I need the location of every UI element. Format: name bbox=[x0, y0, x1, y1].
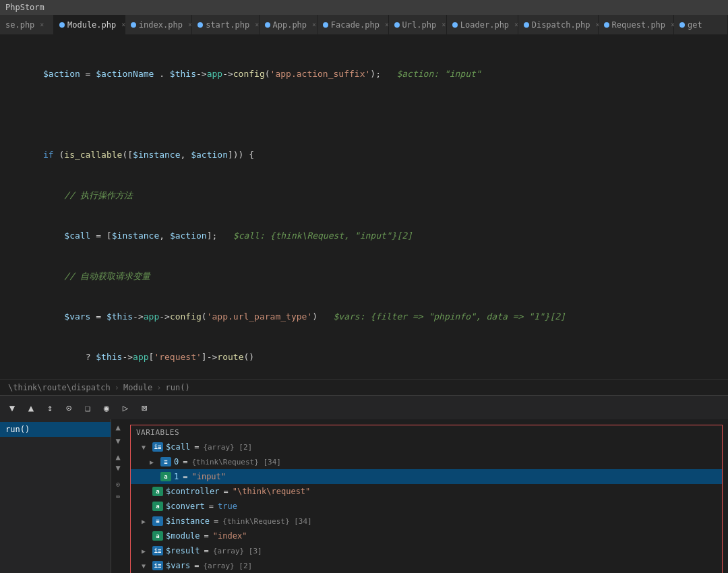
tab-module[interactable]: Module.php × bbox=[54, 15, 125, 34]
var-icon-vars: i≡ bbox=[152, 561, 163, 570]
breakpoint-area bbox=[27, 35, 38, 379]
var-icon-module: a bbox=[152, 531, 163, 541]
tab-label: se.php bbox=[5, 20, 34, 30]
code-line-8: ? $this->app['request']->route() bbox=[38, 351, 728, 364]
var-arrow-convert bbox=[142, 503, 151, 510]
var-arrow-vars: ▼ bbox=[142, 562, 151, 570]
var-arrow-instance: ▶ bbox=[142, 518, 151, 525]
tab-close-app[interactable]: × bbox=[312, 21, 316, 28]
var-row-convert[interactable]: a $convert = true bbox=[131, 499, 722, 514]
code-line-6: // 自动获取请求变量 bbox=[38, 270, 728, 283]
var-icon-controller: a bbox=[152, 487, 163, 496]
code-line-7: $vars = $this->app->config('app.url_para… bbox=[38, 310, 728, 324]
breadcrumb-method: run() bbox=[166, 383, 190, 392]
tab-label-url: Url.php bbox=[402, 20, 437, 30]
variables-section: Variables ▼ i≡ $call = {array} [2] ▶ ≡ 0… bbox=[130, 425, 723, 573]
nav-up-button[interactable]: ▲ bbox=[113, 422, 123, 433]
tab-close-url[interactable]: × bbox=[442, 21, 446, 28]
code-line-3: if (is_callable([$instance, $action])) { bbox=[38, 148, 728, 162]
var-row-instance[interactable]: ▶ ≡ $instance = {think\Request} [34] bbox=[131, 514, 722, 529]
debug-panel: run() ▲ ▼ ▲ ▼ ⊙ ∞ Variables ▼ i≡ $call =… bbox=[0, 419, 728, 573]
var-row-call-1[interactable]: a 1 = "input" bbox=[131, 469, 722, 484]
debug-toolbar: ▼ ▲ ↕ ⊙ ❏ ◉ ▷ ⊠ bbox=[0, 395, 728, 419]
tab-bar: se.php × Module.php × index.php × start.… bbox=[0, 15, 728, 35]
tab-dot-loader bbox=[452, 22, 458, 28]
debug-btn-close[interactable]: ⊠ bbox=[138, 401, 151, 415]
nav-prev-button[interactable]: ▲ bbox=[113, 452, 123, 462]
debug-btn-record[interactable]: ◉ bbox=[100, 401, 113, 415]
var-icon-call-1: a bbox=[160, 472, 171, 481]
var-icon-instance: ≡ bbox=[152, 516, 163, 526]
tab-app[interactable]: App.php × bbox=[260, 15, 317, 34]
code-line-5: $call = [$instance, $action]; $call: {th… bbox=[38, 229, 728, 243]
tab-facade[interactable]: Facade.php × bbox=[317, 15, 389, 34]
var-row-call-0[interactable]: ▶ ≡ 0 = {think\Request} [34] bbox=[131, 454, 722, 469]
tab-label-get: get bbox=[688, 20, 702, 30]
var-arrow-call-1 bbox=[150, 473, 159, 481]
tab-close-start[interactable]: × bbox=[255, 21, 259, 28]
debug-btn-up[interactable]: ▲ bbox=[24, 401, 38, 415]
debug-sidebar-run[interactable]: run() bbox=[0, 422, 111, 437]
tab-dot-url bbox=[394, 22, 400, 28]
nav-icon2[interactable]: ∞ bbox=[113, 491, 123, 502]
breadcrumb-class: Module bbox=[123, 383, 152, 392]
debug-btn-play[interactable]: ▷ bbox=[119, 401, 132, 415]
code-content[interactable]: $action = $actionName . $this->app->conf… bbox=[38, 35, 728, 379]
tab-dot-get bbox=[679, 22, 685, 28]
var-icon-call: i≡ bbox=[152, 442, 163, 452]
var-arrow-module bbox=[142, 533, 151, 540]
tab-label-start: start.php bbox=[206, 20, 249, 30]
tab-start[interactable]: start.php × bbox=[192, 15, 259, 34]
tab-get[interactable]: get bbox=[674, 15, 728, 34]
tab-dispatch[interactable]: Dispatch.php × bbox=[518, 15, 599, 34]
var-row-module[interactable]: a $module = "index" bbox=[131, 529, 722, 543]
nav-arrows: ▲ ▼ ▲ ▼ ⊙ ∞ bbox=[111, 419, 125, 573]
var-row-controller[interactable]: a $controller = "\think\request" bbox=[131, 484, 722, 499]
debug-btn-copy[interactable]: ❏ bbox=[81, 401, 94, 415]
tab-label-loader: Loader.php bbox=[460, 20, 509, 30]
tab-close-se[interactable]: × bbox=[40, 21, 44, 28]
tab-dot-facade bbox=[323, 22, 328, 28]
tab-dot-module bbox=[59, 22, 65, 28]
window-title: PhpStorm bbox=[0, 0, 728, 15]
nav-icon1[interactable]: ⊙ bbox=[113, 479, 123, 489]
line-numbers bbox=[0, 35, 27, 379]
debug-variables-panel: Variables ▼ i≡ $call = {array} [2] ▶ ≡ 0… bbox=[125, 419, 728, 573]
var-row-vars[interactable]: ▼ i≡ $vars = {array} [2] bbox=[131, 558, 722, 573]
tab-loader[interactable]: Loader.php × bbox=[447, 15, 518, 34]
var-arrow-controller bbox=[142, 488, 151, 495]
tab-label-facade: Facade.php bbox=[331, 20, 380, 30]
var-row-result[interactable]: ▶ i≡ $result = {array} [3] bbox=[131, 543, 722, 558]
tab-label-app: App.php bbox=[273, 20, 307, 30]
code-line-1: $action = $actionName . $this->app->conf… bbox=[38, 67, 728, 81]
tab-se[interactable]: se.php × bbox=[0, 15, 54, 34]
debug-btn-updown[interactable]: ↕ bbox=[43, 401, 57, 415]
var-icon-convert: a bbox=[152, 502, 163, 511]
tab-close-index[interactable]: × bbox=[188, 21, 192, 28]
editor-area: $action = $actionName . $this->app->conf… bbox=[0, 35, 728, 379]
tab-request[interactable]: Request.php × bbox=[599, 15, 674, 34]
nav-next-button[interactable]: ▼ bbox=[113, 462, 123, 473]
debug-btn-target[interactable]: ⊙ bbox=[62, 401, 75, 415]
tab-index[interactable]: index.php × bbox=[125, 15, 192, 34]
nav-down-button[interactable]: ▼ bbox=[113, 435, 123, 446]
debug-btn-down[interactable]: ▼ bbox=[5, 401, 19, 415]
var-arrow-call-0: ▶ bbox=[150, 458, 159, 466]
var-row-call[interactable]: ▼ i≡ $call = {array} [2] bbox=[131, 440, 722, 454]
var-arrow-call: ▼ bbox=[142, 444, 151, 451]
tab-dot-app bbox=[265, 22, 270, 28]
variables-header: Variables bbox=[131, 428, 722, 440]
tab-dot-index bbox=[131, 22, 136, 28]
code-line-4: // 执行操作方法 bbox=[38, 189, 728, 202]
tab-label-index: index.php bbox=[139, 20, 183, 30]
tab-label-module: Module.php bbox=[67, 20, 116, 30]
tab-dot-dispatch bbox=[524, 22, 529, 28]
debug-sidebar: run() bbox=[0, 419, 111, 573]
tab-label-request: Request.php bbox=[612, 20, 665, 30]
tab-dot-start bbox=[198, 22, 203, 28]
var-arrow-result: ▶ bbox=[142, 547, 151, 555]
breadcrumb-bar: \think\route\dispatch › Module › run() bbox=[0, 379, 728, 395]
tab-dot-request bbox=[604, 22, 609, 28]
var-icon-result: i≡ bbox=[152, 546, 163, 555]
tab-url[interactable]: Url.php × bbox=[389, 15, 447, 34]
